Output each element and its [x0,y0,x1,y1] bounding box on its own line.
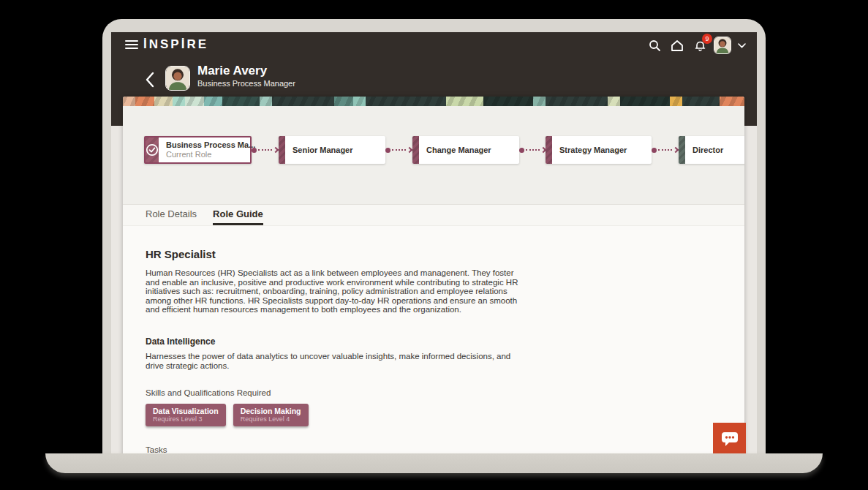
career-step[interactable]: Change Manager [412,136,519,164]
role-heading: HR Specialist [146,248,744,260]
skill-level: Requires Level 3 [153,415,219,423]
career-step-label: Strategy Manager [552,146,634,154]
tab-role-guide[interactable]: Role Guide [213,208,263,225]
career-step-sublabel: Current Role [166,150,255,159]
user-avatar[interactable] [714,37,731,54]
back-icon[interactable] [145,72,156,89]
skill-chips: Data Visualization Requires Level 3 Deci… [146,404,744,426]
role-description: Human Resources (HR) Specialists act as … [146,268,529,314]
career-step-label: Director [685,146,731,154]
nav-icons: 9 [646,36,747,55]
card-accent-strip [412,136,419,164]
path-connector [519,147,546,154]
card-accent-strip [546,136,552,164]
menu-icon[interactable] [125,40,138,49]
career-step[interactable]: Senior Manager [279,136,385,164]
career-step-current[interactable]: Business Process Ma... Current Role [144,136,252,164]
speech-bubble-icon [720,430,739,448]
employee-name: Marie Avery [197,64,267,78]
career-step-label: Business Process Ma... [166,140,255,150]
home-icon[interactable] [668,37,686,54]
role-guide-content: HR Specialist Human Resources (HR) Speci… [123,226,744,461]
app-screen: İNSPİRE 9 [111,32,757,462]
search-icon[interactable] [646,37,663,54]
skills-label: Skills and Qualifications Required [146,388,744,397]
laptop-base [45,453,823,473]
path-connector [652,147,679,154]
tab-role-details[interactable]: Role Details [146,208,197,225]
page: Business Process Ma... Current Role Seni… [123,97,744,462]
decorative-banner [123,97,744,106]
card-accent-strip [679,136,685,164]
notification-badge: 9 [702,34,712,44]
career-step-label: Change Manager [419,146,499,154]
career-step-label: Senior Manager [285,146,361,154]
skill-name: Decision Making [241,407,301,415]
check-circle-icon [146,137,159,162]
path-connector [385,147,412,154]
path-connector [252,147,279,154]
profile-header: Marie Avery Business Process Manager [111,63,757,99]
employee-title: Business Process Manager [197,79,295,88]
notifications-icon[interactable]: 9 [691,37,709,54]
skill-level: Requires Level 4 [241,415,301,423]
skill-chip[interactable]: Data Visualization Requires Level 3 [146,404,226,426]
focus-heading: Data Intelligence [146,336,744,347]
focus-description: Harnesses the power of data analytics to… [146,352,518,370]
career-step[interactable]: Strategy Manager [546,136,652,164]
card-accent-strip [279,136,285,164]
app-logo: İNSPİRE [143,37,208,52]
chat-button[interactable] [713,423,746,455]
chevron-down-icon[interactable] [736,37,747,54]
career-step[interactable]: Director [679,136,744,164]
skill-chip[interactable]: Decision Making Requires Level 4 [233,404,309,426]
employee-avatar [165,66,190,91]
tab-bar: Role Details Role Guide [123,205,744,226]
top-navbar: İNSPİRE 9 [111,32,757,57]
skill-name: Data Visualization [153,407,219,415]
career-path-timeline: Business Process Ma... Current Role Seni… [123,106,744,205]
